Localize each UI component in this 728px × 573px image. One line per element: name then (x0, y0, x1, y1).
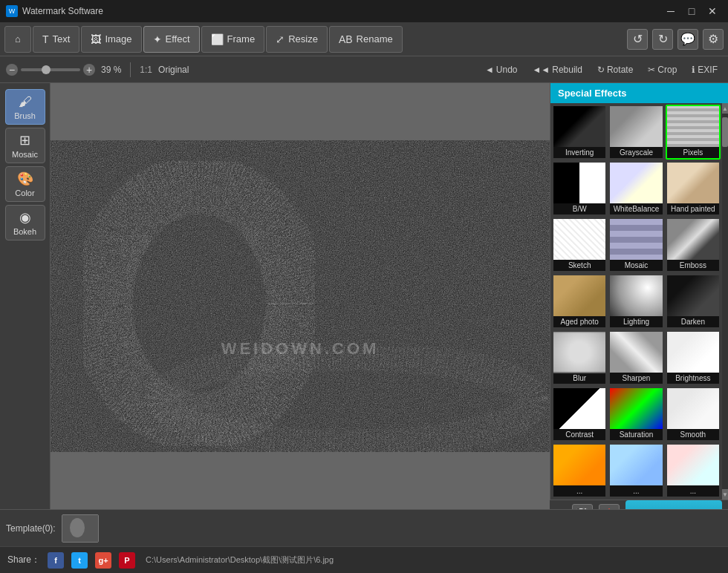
text-button[interactable]: T Text (33, 26, 79, 53)
app-icon: W (6, 5, 18, 17)
effect-label-brightness: Brightness (667, 373, 719, 384)
color-tool[interactable]: 🎨 Color (5, 166, 45, 202)
scroll-down-button[interactable]: ▼ (722, 489, 728, 500)
effect-item-grayscale[interactable]: Grayscale (608, 105, 663, 160)
rename-button[interactable]: AB Rename (329, 26, 403, 53)
zoom-out-button[interactable]: − (6, 64, 18, 76)
effect-item-more1[interactable]: ... (552, 443, 607, 498)
tools-panel: 🖌 Brush ⊞ Mosaic 🎨 Color ◉ Bokeh (0, 83, 51, 509)
facebook-button[interactable]: f (48, 552, 64, 569)
effect-item-contrast[interactable]: Contrast (552, 387, 607, 442)
image-button[interactable]: 🖼 Image (81, 26, 141, 53)
chat-icon[interactable]: 💬 (677, 29, 698, 50)
restore-button[interactable]: □ (682, 3, 701, 19)
resize-button[interactable]: ⤢ Resize (266, 26, 328, 53)
zoom-in-button[interactable]: + (83, 64, 95, 76)
effect-item-blur[interactable]: Blur (552, 330, 607, 385)
effect-thumb-mosaic (609, 219, 664, 260)
effect-label-emboss: Emboss (667, 260, 719, 271)
image-icon: 🖼 (91, 33, 101, 45)
settings-icon[interactable]: ⚙ (703, 29, 724, 50)
effect-item-agedphoto[interactable]: Aged photo (552, 274, 607, 329)
minimize-button[interactable]: ─ (661, 3, 680, 19)
undo-button[interactable]: ◄ Undo (481, 63, 522, 76)
zoom-slider[interactable] (21, 68, 80, 71)
undo-toolbar-icon[interactable]: ↺ (627, 29, 648, 50)
effect-thumb-darken (666, 275, 721, 316)
scroll-track (722, 114, 728, 489)
mosaic-tool[interactable]: ⊞ Mosaic (5, 128, 45, 163)
effect-label-wbalance: WhiteBalance (610, 203, 662, 215)
effect-thumb-more2 (609, 445, 664, 485)
effect-thumb-blur (552, 332, 607, 373)
original-label: Original (158, 65, 189, 75)
frame-icon: ⬜ (211, 33, 224, 45)
effect-label-sharpen: Sharpen (610, 373, 662, 384)
googleplus-button[interactable]: g+ (95, 552, 111, 569)
exif-button[interactable]: ℹ EXIF (687, 63, 722, 76)
rename-icon: AB (339, 33, 353, 45)
text-icon: T (42, 33, 49, 45)
zoom-value: 39 % (101, 65, 121, 75)
effects-scrollbar[interactable]: ▲ ▼ (722, 103, 728, 500)
effect-label-smooth: Smooth (667, 429, 719, 440)
resize-icon: ⤢ (276, 33, 285, 45)
rotate-icon: ↻ (597, 65, 605, 75)
scroll-up-button[interactable]: ▲ (722, 103, 728, 114)
effect-item-more3[interactable]: ... (666, 443, 721, 498)
right-section: Special Effects Inverting Grayscale Pixe… (550, 83, 728, 509)
template-bar: Template(0): (0, 509, 728, 546)
effect-item-handpaint[interactable]: Hand painted (666, 161, 721, 216)
effect-item-bw[interactable]: B/W (552, 161, 607, 216)
zoom-area: − + 39 % (6, 64, 121, 76)
brush-tool[interactable]: 🖌 Brush (5, 89, 45, 125)
pinterest-button[interactable]: P (119, 552, 135, 569)
effect-item-darken[interactable]: Darken (666, 274, 721, 329)
window-controls: ─ □ ✕ (661, 3, 722, 19)
effect-item-smooth[interactable]: Smooth (666, 387, 721, 442)
effect-button[interactable]: ✦ Effect (143, 26, 200, 53)
canvas-image[interactable]: WEIDOWN.COM (51, 140, 550, 452)
redo-toolbar-icon[interactable]: ↻ (652, 29, 673, 50)
effect-label-darken: Darken (667, 316, 719, 327)
effect-item-emboss[interactable]: Emboss (666, 217, 721, 272)
color-icon: 🎨 (17, 171, 33, 187)
effect-thumb-inverting (552, 106, 607, 147)
effect-item-saturation[interactable]: Saturation (608, 387, 663, 442)
effect-item-brightness[interactable]: Brightness (666, 330, 721, 385)
crop-button[interactable]: ✂ Crop (643, 63, 681, 76)
frame-button[interactable]: ⬜ Frame (201, 26, 265, 53)
home-button[interactable]: ⌂ (4, 26, 31, 53)
effect-label-mosaic: Mosaic (610, 260, 662, 271)
rotate-button[interactable]: ↻ Rotate (593, 63, 637, 76)
effect-item-pixels[interactable]: Pixels (666, 105, 721, 160)
effects-panel: Special Effects Inverting Grayscale Pixe… (550, 83, 728, 500)
effect-thumb-brightness (666, 332, 721, 373)
effect-item-sharpen[interactable]: Sharpen (608, 330, 663, 385)
rebuild-icon: ◄◄ (532, 65, 550, 75)
scroll-thumb (722, 117, 728, 147)
titlebar: W Watermark Software ─ □ ✕ (0, 0, 728, 22)
effect-item-lighting[interactable]: Lighting (608, 274, 663, 329)
effect-item-wbalance[interactable]: WhiteBalance (608, 161, 663, 216)
effect-label-lighting: Lighting (610, 316, 662, 327)
effect-label-more2: ... (610, 485, 662, 497)
rebuild-button[interactable]: ◄◄ Rebuild (527, 63, 586, 76)
canvas-area: WEIDOWN.COM (51, 83, 550, 509)
close-button[interactable]: ✕ (703, 3, 722, 19)
effect-item-sketch[interactable]: Sketch (552, 217, 607, 272)
template-thumbnail[interactable] (62, 514, 99, 543)
bokeh-tool[interactable]: ◉ Bokeh (5, 205, 45, 240)
twitter-button[interactable]: t (71, 552, 88, 569)
effect-item-inverting[interactable]: Inverting (552, 105, 607, 160)
effect-item-more2[interactable]: ... (608, 443, 663, 498)
effect-thumb-pixels (666, 106, 721, 147)
effect-label-pixels: Pixels (667, 147, 719, 158)
effect-label-handpaint: Hand painted (667, 203, 719, 215)
effect-thumb-saturation (609, 388, 664, 429)
effect-item-mosaic[interactable]: Mosaic (608, 217, 663, 272)
effect-thumb-more3 (666, 445, 721, 485)
crop-icon: ✂ (648, 65, 655, 75)
undo-icon: ◄ (485, 65, 494, 75)
effect-label-grayscale: Grayscale (610, 147, 662, 158)
